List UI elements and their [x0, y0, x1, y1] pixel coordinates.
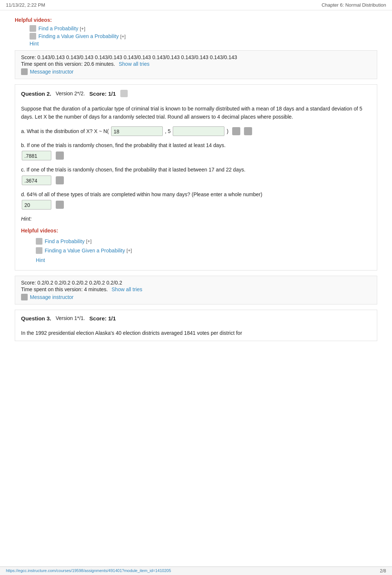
video-expand-4[interactable]: [+] [127, 247, 132, 255]
score-block-2: Score: 0.2/0.2 0.2/0.2 0.2/0.2 0.2/0.2 0… [15, 276, 377, 304]
message-instructor-link-2[interactable]: Message instructor [30, 294, 73, 300]
score-block-1: Score: 0.143/0.143 0.143/0.143 0.143/0.1… [15, 50, 377, 79]
part-c-label: c. If one of the trials is randomly chos… [21, 166, 371, 174]
helpful-videos-heading-1: Helpful videos: [15, 17, 377, 23]
video-icon-4 [36, 247, 42, 254]
video-icon-2 [30, 33, 36, 40]
video-icon-1 [30, 25, 36, 32]
part-d-row: d. 64% of all of these types of trials a… [21, 190, 371, 210]
part-d-input[interactable]: 20 [22, 200, 51, 210]
video-icon-3 [36, 238, 42, 245]
chapter-title: Chapter 6: Normal Distribution [321, 2, 386, 8]
question-2-header: Question 2. Version 2*/2. Score: 1/1 [15, 85, 377, 101]
message-icon-2 [21, 294, 28, 300]
question-3-version: Version 1*/1. [56, 315, 85, 321]
bottom-url: https://egcc.instructure.com/courses/195… [6, 568, 171, 574]
video-link-find-probability-1[interactable]: Find a Probability [38, 25, 78, 31]
part-a-label: a. What is the distribution of X? X ~ N( [21, 127, 109, 135]
part-d-label: d. 64% of all of these types of trials a… [21, 190, 371, 198]
video-link-find-probability-2[interactable]: Find a Probability [45, 237, 85, 245]
time-text-1: Time spent on this version: 20.6 minutes… [21, 61, 115, 67]
video-expand-1[interactable]: [+] [80, 26, 85, 31]
question-3-score: Score: 1/1 [89, 315, 116, 321]
part-b-row: b. If one of the trials is randomly chos… [21, 141, 371, 160]
part-c-row: c. If one of the trials is randomly chos… [21, 166, 371, 185]
part-a-close: ) [227, 127, 228, 135]
part-a-input-1[interactable]: 18 [111, 126, 163, 136]
bottom-bar: https://egcc.instructure.com/courses/195… [0, 567, 392, 575]
page-number: 2/8 [380, 568, 386, 574]
part-a-check-icon [232, 127, 240, 135]
part-c-input[interactable]: .3674 [22, 176, 51, 185]
score-text-1: Score: 0.143/0.143 0.143/0.143 0.143/0.1… [21, 54, 371, 60]
show-all-tries-2[interactable]: Show all tries [111, 286, 142, 292]
message-instructor-section-2: Message instructor [21, 294, 371, 300]
question-2-score: Score: 1/1 [89, 91, 116, 97]
part-a-row: a. What is the distribution of X? X ~ N(… [21, 126, 371, 136]
message-instructor-link-1[interactable]: Message instructor [30, 69, 73, 75]
part-b-label: b. If one of the trials is randomly chos… [21, 141, 371, 149]
part-a-input-2[interactable] [173, 126, 224, 136]
time-text-2: Time spent on this version: 4 minutes. [21, 286, 108, 292]
question-3-label: Question 3. [21, 315, 51, 321]
video-expand-2[interactable]: [+] [120, 34, 126, 39]
question-2-version: Version 2*/2. [56, 91, 85, 96]
question-2-body: Suppose that the duration of a particula… [21, 105, 371, 121]
part-a-sep: , 5 [165, 127, 171, 135]
message-icon-1 [21, 68, 28, 75]
hint-link-2[interactable]: Hint [36, 256, 45, 264]
hint-label-2: Hint: [21, 216, 32, 222]
part-b-input[interactable]: .7881 [22, 151, 51, 160]
question-2-score-indicator [120, 90, 128, 97]
part-d-check-icon [56, 201, 64, 209]
part-a-check-icon-2 [244, 127, 252, 135]
message-instructor-section-1: Message instructor [21, 68, 371, 75]
score-text-2: Score: 0.2/0.2 0.2/0.2 0.2/0.2 0.2/0.2 0… [21, 280, 371, 286]
video-link-finding-value-2[interactable]: Finding a Value Given a Probability [45, 246, 125, 255]
show-all-tries-1[interactable]: Show all tries [119, 61, 149, 67]
helpful-videos-heading-2: Helpful videos: [21, 227, 371, 235]
part-c-check-icon [56, 176, 64, 184]
question-3-header: Question 3. Version 1*/1. Score: 1/1 [15, 310, 377, 325]
hint-section-2: Hint: [21, 215, 371, 223]
question-3-body: In the 1992 presidential election Alaska… [15, 325, 377, 341]
video-expand-3[interactable]: [+] [86, 238, 92, 245]
question-2-label: Question 2. [21, 91, 51, 97]
video-link-finding-value-1[interactable]: Finding a Value Given a Probability [38, 33, 119, 39]
top-bar: 11/13/22, 2:22 PM Chapter 6: Normal Dist… [0, 0, 392, 10]
part-b-check-icon [56, 152, 64, 160]
hint-link-1[interactable]: Hint [30, 41, 39, 47]
date-time: 11/13/22, 2:22 PM [6, 2, 45, 8]
